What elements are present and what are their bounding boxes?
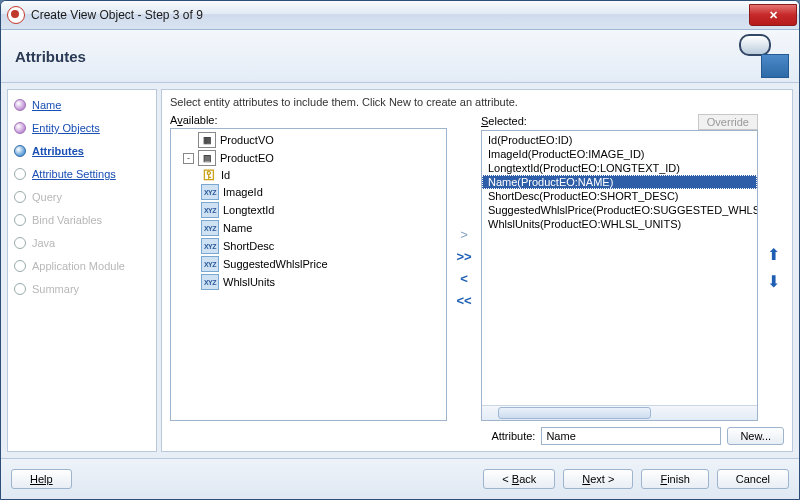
next-button[interactable]: Next >	[563, 469, 633, 489]
app-icon	[7, 6, 25, 24]
selected-row[interactable]: WhlslUnits(ProductEO:WHLSL_UNITS)	[482, 217, 757, 231]
attribute-icon: XYZ	[201, 256, 219, 272]
wizard-footer: Help < Back Next > Finish Cancel	[1, 458, 799, 499]
tree-row[interactable]: XYZLongtextId	[171, 201, 446, 219]
wizard-window: Create View Object - Step 3 of 9 ✕ Attri…	[0, 0, 800, 500]
nav-step-4: Query	[12, 188, 152, 206]
nav-bullet	[14, 99, 26, 111]
nav-step-label: Attribute Settings	[32, 168, 116, 180]
order-buttons: ⬆ ⬇	[762, 114, 784, 421]
instruction-text: Select entity attributes to include them…	[170, 96, 784, 108]
nav-step-3[interactable]: Attribute Settings	[12, 165, 152, 183]
shuttle-panes: Available: ▦ProductVO-▤ProductEO⚿IdXYZIm…	[170, 114, 784, 421]
tree-row[interactable]: ▦ProductVO	[171, 131, 446, 149]
attribute-icon: XYZ	[201, 202, 219, 218]
window-title: Create View Object - Step 3 of 9	[31, 8, 749, 22]
selected-row[interactable]: LongtextId(ProductEO:LONGTEXT_ID)	[482, 161, 757, 175]
tree-row-label: ProductEO	[220, 152, 274, 164]
nav-bullet	[14, 168, 26, 180]
wizard-body: NameEntity ObjectsAttributesAttribute Se…	[1, 83, 799, 458]
finish-button[interactable]: Finish	[641, 469, 708, 489]
tree-row[interactable]: XYZImageId	[171, 183, 446, 201]
header-decoration	[729, 34, 789, 78]
selected-row[interactable]: ShortDesc(ProductEO:SHORT_DESC)	[482, 189, 757, 203]
selected-list[interactable]: Id(ProductEO:ID)ImageId(ProductEO:IMAGE_…	[481, 130, 758, 421]
title-bar: Create View Object - Step 3 of 9 ✕	[1, 1, 799, 30]
nav-step-label: Attributes	[32, 145, 84, 157]
tree-row-label: Id	[221, 169, 230, 181]
move-up-button[interactable]: ⬆	[767, 245, 780, 264]
add-button[interactable]: >	[454, 227, 474, 243]
nav-step-label: Bind Variables	[32, 214, 102, 226]
tree-row-label: WhlslUnits	[223, 276, 275, 288]
nav-step-label: Name	[32, 99, 61, 111]
key-icon: ⚿	[201, 168, 217, 182]
shuttle-buttons: > >> < <<	[451, 114, 477, 421]
step-nav: NameEntity ObjectsAttributesAttribute Se…	[7, 89, 157, 452]
attribute-icon: XYZ	[201, 184, 219, 200]
nav-bullet	[14, 237, 26, 249]
remove-all-button[interactable]: <<	[454, 293, 474, 309]
available-column: Available: ▦ProductVO-▤ProductEO⚿IdXYZIm…	[170, 114, 447, 421]
nav-bullet	[14, 283, 26, 295]
nav-bullet	[14, 145, 26, 157]
attribute-label: Attribute:	[491, 430, 535, 442]
tree-row-label: ImageId	[223, 186, 263, 198]
nav-bullet	[14, 260, 26, 272]
selected-label: Selected:	[481, 115, 694, 127]
nav-bullet	[14, 214, 26, 226]
nav-step-7: Application Module	[12, 257, 152, 275]
nav-step-label: Entity Objects	[32, 122, 100, 134]
tree-row-label: Name	[223, 222, 252, 234]
selected-column: Selected: Override Id(ProductEO:ID)Image…	[481, 114, 758, 421]
help-button[interactable]: Help	[11, 469, 72, 489]
selected-row[interactable]: SuggestedWhlslPrice(ProductEO:SUGGESTED_…	[482, 203, 757, 217]
available-label: Available:	[170, 114, 447, 126]
cancel-button[interactable]: Cancel	[717, 469, 789, 489]
nav-step-label: Application Module	[32, 260, 125, 272]
tree-row[interactable]: -▤ProductEO	[171, 149, 446, 167]
entity-object-icon: ▤	[198, 150, 216, 166]
tree-row-label: SuggestedWhlslPrice	[223, 258, 328, 270]
expander-icon[interactable]: -	[183, 153, 194, 164]
new-attribute-button[interactable]: New...	[727, 427, 784, 445]
override-button: Override	[698, 114, 758, 130]
tree-row[interactable]: XYZWhlslUnits	[171, 273, 446, 291]
tree-row[interactable]: XYZShortDesc	[171, 237, 446, 255]
tree-row[interactable]: XYZName	[171, 219, 446, 237]
page-title: Attributes	[15, 48, 86, 65]
nav-step-label: Summary	[32, 283, 79, 295]
nav-step-2[interactable]: Attributes	[12, 142, 152, 160]
tree-row[interactable]: ⚿Id	[171, 167, 446, 183]
remove-button[interactable]: <	[454, 271, 474, 287]
attribute-icon: XYZ	[201, 274, 219, 290]
nav-step-label: Query	[32, 191, 62, 203]
nav-step-1[interactable]: Entity Objects	[12, 119, 152, 137]
horizontal-scrollbar[interactable]	[482, 405, 757, 420]
nav-step-5: Bind Variables	[12, 211, 152, 229]
tree-row[interactable]: XYZSuggestedWhlslPrice	[171, 255, 446, 273]
back-button[interactable]: < Back	[483, 469, 555, 489]
nav-step-label: Java	[32, 237, 55, 249]
view-object-icon: ▦	[198, 132, 216, 148]
move-down-button[interactable]: ⬇	[767, 272, 780, 291]
tree-row-label: ProductVO	[220, 134, 274, 146]
add-all-button[interactable]: >>	[454, 249, 474, 265]
tree-row-label: LongtextId	[223, 204, 274, 216]
selected-row[interactable]: ImageId(ProductEO:IMAGE_ID)	[482, 147, 757, 161]
nav-bullet	[14, 122, 26, 134]
attribute-input[interactable]	[541, 427, 721, 445]
wizard-header: Attributes	[1, 30, 799, 83]
attribute-icon: XYZ	[201, 238, 219, 254]
selected-row[interactable]: Id(ProductEO:ID)	[482, 133, 757, 147]
selected-row[interactable]: Name(ProductEO:NAME)	[482, 175, 757, 189]
attribute-icon: XYZ	[201, 220, 219, 236]
tree-row-label: ShortDesc	[223, 240, 274, 252]
nav-bullet	[14, 191, 26, 203]
available-tree[interactable]: ▦ProductVO-▤ProductEO⚿IdXYZImageIdXYZLon…	[170, 128, 447, 421]
close-button[interactable]: ✕	[749, 4, 797, 26]
main-panel: Select entity attributes to include them…	[161, 89, 793, 452]
nav-step-8: Summary	[12, 280, 152, 298]
nav-step-6: Java	[12, 234, 152, 252]
nav-step-0[interactable]: Name	[12, 96, 152, 114]
